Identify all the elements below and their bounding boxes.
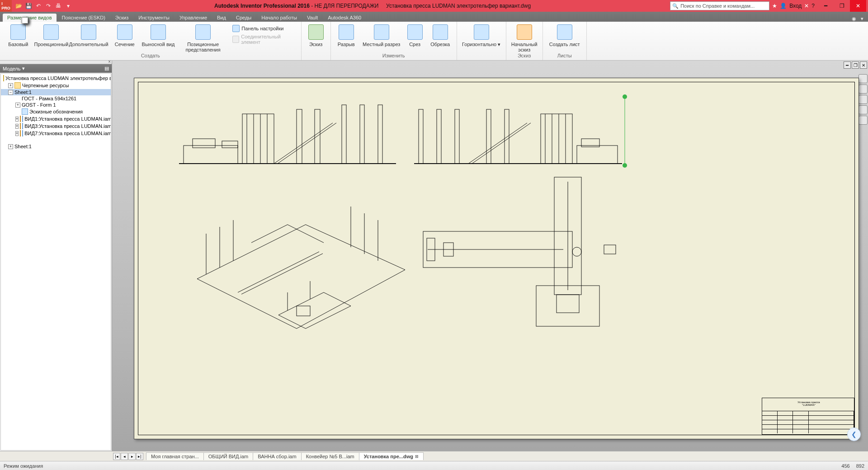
draft-sketch-button[interactable]: Эскиз — [304, 23, 328, 47]
ribbon-bullet-icon[interactable]: ◉ — [852, 16, 856, 22]
browser-header[interactable]: Модель ▾ ▤ — [0, 64, 112, 73]
signin-icon[interactable]: 👤 — [780, 3, 787, 9]
tab-place-views[interactable]: Размещение видов — [3, 14, 57, 22]
help-search-input[interactable]: 🔍 Поиск по Справке и командам... — [670, 1, 769, 10]
help-icon[interactable]: ? — [811, 3, 815, 9]
title-bar: IPRO 📂 💾 ↶ ↷ 🖶 ▾ Autodesk Inventor Profe… — [0, 0, 868, 12]
tab-view[interactable]: Вид — [212, 14, 231, 22]
ribbon-collapse-icon[interactable]: ▾ — [861, 16, 863, 22]
nav-home-icon[interactable] — [859, 74, 868, 83]
close-button[interactable]: ✕ — [850, 0, 866, 12]
doc-tab-nav: |◂ ◂ ▸ ▸| — [113, 453, 143, 460]
status-coordinates: 456 892 — [841, 463, 864, 469]
tab-manage[interactable]: Управление — [175, 14, 212, 22]
break-button[interactable]: Разрыв — [334, 23, 359, 47]
tree-drawing-resources[interactable]: +Чертежные ресурсы — [1, 82, 111, 89]
window-controls: ━ ❐ ✕ — [817, 0, 866, 12]
new-sheet-button[interactable]: Создать лист — [546, 23, 584, 47]
qat-redo-icon[interactable]: ↷ — [44, 2, 52, 10]
tab-nav-prev-icon[interactable]: ◂ — [121, 453, 128, 460]
nav-pan-icon[interactable] — [859, 95, 868, 104]
doc-tab-ustanovka[interactable]: Установка пре...dwg⊠ — [359, 452, 424, 460]
svg-rect-58 — [604, 245, 616, 254]
tree-sheet1[interactable]: −Sheet:1 — [1, 89, 111, 95]
tab-get-started[interactable]: Начало работы — [257, 14, 302, 22]
tree-gost-form[interactable]: +GOST - Form 1 — [1, 102, 111, 108]
signin-label[interactable]: Вход — [789, 3, 802, 9]
tab-annotation-eskd[interactable]: Пояснение (ESKD) — [57, 14, 110, 22]
nav-orbit-icon[interactable] — [859, 116, 868, 125]
doc-tab-conveyor[interactable]: Конвейер №5 В...iam — [301, 452, 359, 460]
browser-menu-icon[interactable]: ▤ — [104, 66, 109, 71]
qat-open-icon[interactable]: 📂 — [14, 2, 23, 10]
nav-zoom-icon[interactable] — [859, 105, 868, 114]
tab-vault[interactable]: Vault — [302, 14, 322, 22]
tree-view1[interactable]: +ВИД1:Установка пресса LUDMAN.iam — [1, 115, 111, 122]
exchange-icon[interactable]: ✕ — [804, 3, 809, 9]
canvas-restore-icon[interactable]: ❐ — [852, 61, 859, 69]
doc-tab-home[interactable]: Моя главная стран... — [146, 452, 204, 460]
doc-tab-vanna[interactable]: ВАННА сбор.iam — [253, 452, 301, 460]
drawing-view-elevation-right[interactable] — [414, 96, 622, 168]
start-sketch-button[interactable]: Начальный эскиз — [509, 23, 540, 52]
tree-root[interactable]: Установка пресса LUDMAN электротельфер в… — [1, 75, 111, 82]
slice-button[interactable]: Срез — [404, 23, 426, 47]
tab-environments[interactable]: Среды — [231, 14, 256, 22]
doc-tab-close-icon[interactable]: ⊠ — [415, 454, 419, 459]
projected-view-button[interactable]: Проекционный — [34, 23, 68, 47]
document-name: Установка пресса LUDMAN электротельфер в… — [386, 3, 531, 9]
svg-rect-18 — [437, 109, 441, 164]
auxiliary-view-button[interactable]: Дополнительный — [69, 23, 108, 47]
group-label-sheets: Листы — [546, 53, 584, 59]
breakout-button[interactable]: Местный разрез — [360, 23, 403, 47]
tree-sheet1b[interactable]: +Sheet:1 — [1, 143, 111, 150]
nav-fullnav-icon[interactable] — [859, 85, 868, 94]
qat-more-icon[interactable]: ▾ — [64, 2, 72, 10]
ribbon-group-sketch2: Начальный эскиз Эскиз — [506, 22, 543, 60]
canvas-close-icon[interactable]: ✕ — [860, 61, 867, 69]
maximize-button[interactable]: ❐ — [834, 0, 850, 12]
share-button[interactable]: ❮ — [847, 428, 861, 441]
canvas-minimize-icon[interactable]: ━ — [844, 61, 851, 69]
svg-rect-23 — [505, 109, 509, 164]
drawing-view-isometric[interactable] — [170, 179, 414, 342]
qat-undo-icon[interactable]: ↶ — [34, 2, 42, 10]
positional-rep-button[interactable]: Позиционные представления — [176, 23, 230, 52]
nav-bar — [859, 74, 868, 125]
tab-nav-next-icon[interactable]: ▸ — [128, 453, 136, 460]
detail-view-button[interactable]: Выносной вид — [141, 23, 175, 47]
canvas-mdi-controls: ━ ❐ ✕ — [844, 61, 867, 69]
tab-a360[interactable]: Autodesk A360 — [323, 14, 366, 22]
horizontal-button[interactable]: Горизонтально ▾ — [460, 23, 503, 47]
model-tree[interactable]: Установка пресса LUDMAN электротельфер в… — [0, 73, 111, 451]
tree-sketch-symbols[interactable]: Эскизные обозначения — [1, 108, 111, 115]
tab-tools[interactable]: Инструменты — [134, 14, 174, 22]
panel-settings-button[interactable]: Панель настройки — [231, 24, 298, 33]
drawing-view-plan[interactable] — [419, 173, 631, 335]
tree-gost-frame[interactable]: ГОСТ - Рамка 594x1261 — [1, 95, 111, 102]
app-icon[interactable]: IPRO — [0, 0, 12, 12]
crop-button[interactable]: Обрезка — [427, 23, 454, 47]
doc-tab-obshiy-vid[interactable]: ОБЩИЙ ВИД.iam — [203, 452, 253, 460]
title-block[interactable]: Установка пресса "LUDMAN" — [762, 398, 854, 435]
svg-line-48 — [288, 225, 324, 243]
base-view-button[interactable]: Базовый — [3, 23, 33, 47]
minimize-button[interactable]: ━ — [817, 0, 834, 12]
ribbon-group-modify: Разрыв Местный разрез Срез Обрезка Измен… — [331, 22, 457, 60]
tab-nav-first-icon[interactable]: |◂ — [113, 453, 120, 460]
drawing-sheet[interactable]: Установка пресса "LUDMAN" — [134, 78, 859, 439]
star-icon[interactable]: ★ — [772, 3, 777, 9]
ribbon-group-sketch1: Эскиз — [302, 22, 331, 60]
tab-sketch[interactable]: Эскиз — [111, 14, 133, 22]
drawing-canvas[interactable]: ━ ❐ ✕ — [112, 61, 868, 451]
qat-print-icon[interactable]: 🖶 — [54, 2, 62, 10]
tree-view7[interactable]: +ВИД7:Установка пресса LUDMAN.iam — [1, 130, 111, 137]
qat-save-icon[interactable]: 💾 — [24, 2, 33, 10]
section-view-button[interactable]: Сечение — [109, 23, 140, 47]
svg-line-47 — [251, 225, 288, 243]
tree-view3[interactable]: +ВИД3:Установка пресса LUDMAN.iam — [1, 122, 111, 130]
status-bar: Режим ожидания 456 892 — [0, 461, 868, 470]
tab-nav-last-icon[interactable]: ▸| — [136, 453, 143, 460]
drawing-view-elevation-left[interactable] — [179, 96, 396, 168]
browser-close-icon[interactable]: × — [108, 59, 111, 64]
